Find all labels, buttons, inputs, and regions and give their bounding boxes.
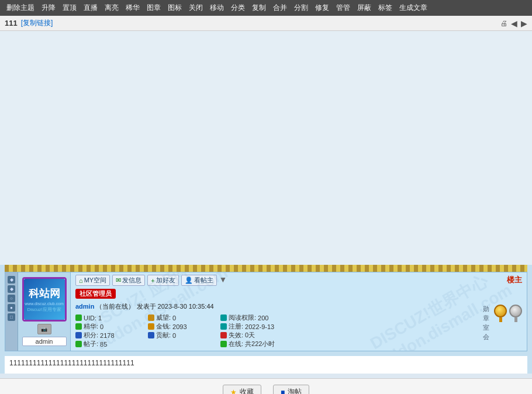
menu-item-close[interactable]: 关闭 [186,2,206,14]
medal-row-1 [494,305,522,322]
menu-item-split[interactable]: 分割 [291,2,311,14]
main-content-rebuilt: ◆ ◆ ○ ● □ 科站网 www.discuz.club.com Discuz… [0,265,532,394]
menu-item-move[interactable]: 移动 [207,2,227,14]
menu-item-highlight[interactable]: 离亮 [102,2,122,14]
post-avatar-1: 科站网 www.discuz.club.com Discuz!应用专家 📷 ad… [18,272,71,351]
avatar-frame-1: 科站网 www.discuz.club.com Discuz!应用专家 [22,277,67,322]
user-actions-1: ⌂ MY空间 ✉ 发信息 + 加好友 👤 看帖主 ▼ [75,275,522,286]
title-section-1: 社区管理员 [75,289,522,300]
add-friend-btn-1[interactable]: + 加好友 [147,275,178,286]
medals-section-1: 勋 章 室 会 [483,305,522,341]
post-block-1: ◆ ◆ ○ ● □ 科站网 www.discuz.club.com Discuz… [0,265,532,374]
menu-item-repair[interactable]: 修复 [312,2,332,14]
profile-icon-1: 👤 [185,277,193,284]
menu-item-shield[interactable]: 屏蔽 [354,2,374,14]
bottom-collect-bar: ★ 收藏 ■ 淘帖 [0,378,532,394]
prev-thread-button[interactable]: ◀ [511,19,517,28]
menu-item-classify[interactable]: 分类 [228,2,248,14]
post-row-1: ◆ ◆ ○ ● □ 科站网 www.discuz.club.com Discuz… [5,272,527,351]
menu-item-jinghua[interactable]: 稀华 [123,2,143,14]
dropdown-btn-1[interactable]: ▼ [219,275,227,286]
strip-icon-1b: ◆ [8,285,15,293]
stat-posts-1: 帖子:85 [75,340,146,348]
strip-icon-1d: ● [8,304,15,312]
send-msg-btn-1[interactable]: ✉ 发信息 [112,275,145,286]
role-badge-1: 楼主 [507,275,522,285]
stat-missed-1: 失效:0天 [220,331,291,340]
menu-item-sticky[interactable]: 置顶 [60,2,80,14]
stat-gold-1: 金钱:2093 [148,322,218,331]
post-time-1: 2023-8-30 10:35:44 [158,303,214,310]
friend-icon-1: + [151,277,154,284]
next-thread-button[interactable]: ▶ [521,19,527,28]
stat-regdate-1: 注册:2022-9-13 [220,322,291,331]
print-icon[interactable]: 🖨 [500,19,507,27]
strip-icon-1e: □ [8,313,15,321]
post-meta-1: admin （当前在线） 发表于 2023-8-30 10:35:44 [75,302,522,311]
save-icon: ■ [281,388,285,395]
thread-number: 111 [5,19,18,27]
stat-prestige-1: 威望:0 [148,313,218,322]
menu-item-rank[interactable]: 升降 [39,2,58,14]
menu-item-tag[interactable]: 标签 [375,2,395,14]
my-space-btn-1[interactable]: ⌂ MY空间 [75,275,110,286]
user-badge-1: 社区管理员 [75,289,116,299]
collect-button[interactable]: ★ 收藏 [223,385,261,394]
view-profile-btn-1[interactable]: 👤 看帖主 [181,275,217,286]
home-icon-1: ⌂ [79,277,83,284]
thread-action-buttons: 🖨 ◀ ▶ [500,19,527,28]
menu-item-manage[interactable]: 管管 [333,2,353,14]
thread-header: 111 [复制链接] 🖨 ◀ ▶ [0,16,532,31]
side-labels-1: 勋 章 室 会 [483,305,489,341]
author-name-1: admin [75,303,94,310]
strip-icon-1c: ○ [8,295,15,302]
medal-gold-1 [494,305,507,322]
save-post-button[interactable]: ■ 淘帖 [273,385,309,394]
post-strip-1: ◆ ◆ ○ ● □ [5,272,18,351]
menu-item-genwenzhan[interactable]: 生成文章 [396,2,430,14]
online-status-1: 当前在线 [102,303,128,310]
avatar-logo-1: 科站网 www.discuz.club.com Discuz!应用专家 [24,279,65,320]
stat-points-1: 积分:2178 [75,331,146,340]
medal-silver-1 [509,305,522,322]
menu-item-merge[interactable]: 合并 [270,2,290,14]
strip-icon-1a: ◆ [8,276,15,284]
stat-readperm-1: 阅读权限:200 [220,313,291,322]
tape-1 [5,265,527,272]
nickname-1: admin [22,337,67,346]
top-menu-bar: 删除主题 升降 置顶 直播 离亮 稀华 图章 图标 关闭 移动 分类 复制 合并… [0,0,532,16]
star-icon: ★ [230,388,237,395]
stat-jinghua-1: 精华:0 [75,322,146,331]
stat-uid-1: UID:1 [75,313,146,322]
menu-item-copy[interactable]: 复制 [249,2,269,14]
copy-link-button[interactable]: [复制链接] [21,18,53,28]
menu-item-delete[interactable]: 删除主题 [4,2,37,14]
stat-online-1: 在线:共222小时 [220,340,291,348]
post-stats-1: UID:1 威望:0 阅读权限:200 精华:0 [75,313,522,348]
menu-item-stamp[interactable]: 图章 [144,2,164,14]
post-content-right-1: DISCUZ! 应用中心addon.dismall.com DISCUZ!世界中… [71,272,527,351]
photo-icon-1[interactable]: 📷 [37,324,51,334]
main-content-area [0,31,532,265]
stat-contribution-1: 贡献:0 [148,331,218,340]
msg-icon-1: ✉ [116,277,121,284]
post-text-1: 11111111111111111111111111111111 [5,356,527,374]
menu-item-icon[interactable]: 图标 [165,2,185,14]
medals-list-1 [494,305,522,341]
menu-item-live[interactable]: 直播 [81,2,101,14]
